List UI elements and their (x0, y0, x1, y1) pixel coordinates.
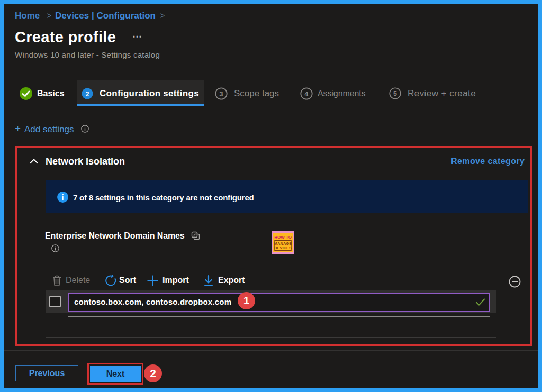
svg-text:3: 3 (219, 90, 223, 98)
svg-text:5: 5 (393, 90, 397, 97)
svg-text:2: 2 (86, 90, 89, 98)
svg-text:HOW TO: HOW TO (274, 235, 292, 240)
svg-text:4: 4 (304, 90, 309, 98)
svg-text:DEVICES: DEVICES (274, 245, 292, 250)
